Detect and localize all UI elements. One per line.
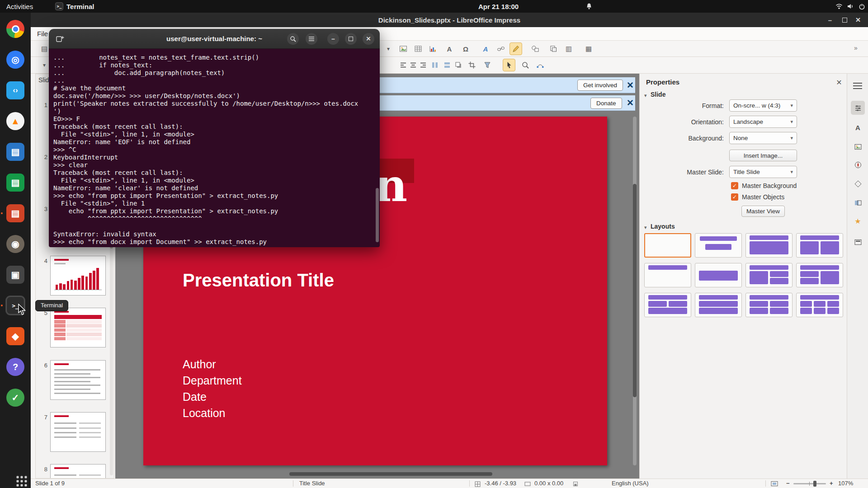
- infobar-close-icon[interactable]: ✕: [625, 80, 635, 90]
- hyperlink-icon[interactable]: [495, 42, 507, 55]
- sidebar-tab-styles-icon[interactable]: A: [851, 121, 865, 135]
- infobar-close-icon[interactable]: ✕: [625, 98, 635, 108]
- toolbar-overflow-icon[interactable]: »: [854, 44, 858, 52]
- insert-image-button[interactable]: Insert Image...: [729, 150, 797, 161]
- layout-title-content[interactable]: [745, 233, 793, 258]
- basic-shapes-icon[interactable]: [529, 42, 542, 55]
- dock-vscode-icon[interactable]: ‹›: [5, 80, 25, 100]
- layout-title-4-content[interactable]: [745, 293, 793, 317]
- layout-title-2-content-over-content[interactable]: [644, 293, 691, 317]
- dock-files-icon[interactable]: ▣: [5, 265, 25, 285]
- clone-formatting-icon[interactable]: [547, 42, 560, 55]
- rows-icon[interactable]: [441, 59, 453, 71]
- slide-thumbnail-4[interactable]: [50, 256, 106, 296]
- insert-table-icon[interactable]: [412, 42, 425, 55]
- special-character-icon[interactable]: Ω: [459, 42, 472, 55]
- select-cursor-icon[interactable]: [503, 59, 515, 71]
- menu-icon[interactable]: [306, 33, 317, 45]
- sidebar-tab-properties-icon[interactable]: [851, 101, 865, 115]
- slide-thumbnail-6[interactable]: [50, 360, 106, 400]
- bell-icon[interactable]: [585, 0, 593, 13]
- sidebar-tab-animation-icon[interactable]: ★: [851, 214, 865, 228]
- insert-image-icon[interactable]: [397, 42, 410, 55]
- dock-impress-icon[interactable]: ▤: [5, 203, 25, 223]
- zoom-icon[interactable]: [519, 59, 532, 71]
- master-background-checkbox[interactable]: ✓: [731, 182, 738, 189]
- slide-title-text[interactable]: Presentation Title: [183, 270, 334, 291]
- layout-blank-slide[interactable]: [644, 233, 691, 258]
- snap-lines-icon[interactable]: ▥: [562, 42, 575, 55]
- slide-thumbnail-8[interactable]: [50, 464, 106, 479]
- layout-title-only[interactable]: [644, 263, 691, 287]
- layout-title-and-2-content[interactable]: [796, 233, 843, 258]
- layout-title-6-content[interactable]: [796, 293, 843, 317]
- dock-help-icon[interactable]: ?: [5, 357, 25, 377]
- vertical-scrollbar[interactable]: [633, 117, 637, 465]
- format-dropdown[interactable]: On-scre... w (4:3) ▾: [729, 99, 797, 112]
- fit-slide-icon[interactable]: [771, 481, 778, 488]
- chevron-down-icon[interactable]: ▾: [644, 225, 647, 230]
- zoom-in-button[interactable]: +: [830, 480, 833, 487]
- insert-chart-icon[interactable]: [426, 42, 439, 55]
- sidebar-menu-icon[interactable]: [853, 81, 862, 91]
- maximize-button[interactable]: [839, 14, 850, 25]
- layout-title-slide[interactable]: [695, 233, 742, 258]
- close-sidebar-icon[interactable]: ✕: [834, 77, 844, 87]
- show-grid-icon[interactable]: ▦: [582, 42, 595, 55]
- display-views-icon[interactable]: ▾: [382, 42, 395, 55]
- sidebar-tab-gallery-icon[interactable]: [851, 140, 865, 154]
- slide-thumbnail-5[interactable]: [50, 308, 106, 347]
- donate-button[interactable]: Donate: [590, 98, 622, 109]
- zoom-slider-track[interactable]: [793, 483, 826, 484]
- slide-section-title[interactable]: Slide: [651, 91, 665, 98]
- language-status[interactable]: English (USA): [612, 480, 649, 487]
- draw-freeform-icon[interactable]: [509, 42, 522, 55]
- columns-icon[interactable]: [429, 59, 441, 71]
- maximize-button[interactable]: [345, 33, 357, 45]
- filter-icon[interactable]: [481, 59, 494, 71]
- focused-app-indicator[interactable]: >_ Terminal: [55, 0, 94, 13]
- dock-browser-icon[interactable]: ◎: [5, 50, 25, 70]
- chevron-down-icon[interactable]: ▾: [644, 93, 647, 99]
- layouts-section-title[interactable]: Layouts: [651, 223, 675, 230]
- activities-button[interactable]: Activities: [6, 0, 33, 13]
- layout-centered-text[interactable]: [695, 263, 742, 287]
- master-view-button[interactable]: Master View: [741, 206, 785, 217]
- minimize-button[interactable]: –: [825, 14, 835, 25]
- layout-title-2-content-and-content[interactable]: [745, 263, 793, 287]
- close-button[interactable]: ×: [853, 14, 863, 25]
- dock-chrome-icon[interactable]: [5, 19, 25, 39]
- get-involved-button[interactable]: Get involved: [577, 80, 623, 91]
- close-button[interactable]: ×: [363, 33, 374, 45]
- terminal-titlebar[interactable]: user@user-virtual-machine: ~ – ×: [49, 29, 380, 49]
- sidebar-tab-navigator-icon[interactable]: [851, 158, 865, 172]
- search-icon[interactable]: [287, 33, 299, 45]
- master-objects-checkbox[interactable]: ✓: [731, 193, 738, 201]
- sidebar-tab-master-slides-icon[interactable]: [851, 235, 865, 249]
- terminal-output[interactable]: ... notes_text = notes_text_frame.text.s…: [49, 49, 380, 247]
- dock-vlc-icon[interactable]: ▲: [5, 111, 25, 131]
- dock-extensions-icon[interactable]: ✓: [5, 388, 25, 408]
- zoom-out-button[interactable]: −: [786, 480, 790, 487]
- layout-title-content-over-content[interactable]: [695, 293, 742, 317]
- layout-title-content-and-2-content[interactable]: [796, 263, 843, 287]
- insert-textbox-icon[interactable]: A: [443, 42, 456, 55]
- sidebar-tab-slide-transition-icon[interactable]: [851, 196, 865, 210]
- minimize-button[interactable]: –: [327, 33, 339, 45]
- dock-gimp-icon[interactable]: ◉: [5, 234, 25, 254]
- background-dropdown[interactable]: None ▾: [729, 132, 797, 144]
- crop-image-icon[interactable]: [466, 59, 478, 71]
- clock[interactable]: Apr 21 18:00: [478, 0, 519, 13]
- zoom-percent[interactable]: 107%: [838, 480, 853, 487]
- master-slide-dropdown[interactable]: Title Slide ▾: [729, 166, 797, 178]
- edit-points-icon[interactable]: [534, 59, 547, 71]
- new-tab-icon[interactable]: [54, 33, 66, 45]
- impress-titlebar[interactable]: Dickinson_Slides.pptx - LibreOffice Impr…: [31, 13, 868, 27]
- dock-app-grid-icon[interactable]: [11, 470, 31, 488]
- fontwork-icon[interactable]: A: [479, 42, 492, 55]
- sidebar-tab-shapes-icon[interactable]: [851, 177, 865, 191]
- align-right-icon[interactable]: [417, 59, 429, 71]
- shadow-icon[interactable]: [452, 59, 465, 71]
- terminal-scrollbar[interactable]: [376, 188, 379, 242]
- dock-calc-icon[interactable]: ▤: [5, 173, 25, 192]
